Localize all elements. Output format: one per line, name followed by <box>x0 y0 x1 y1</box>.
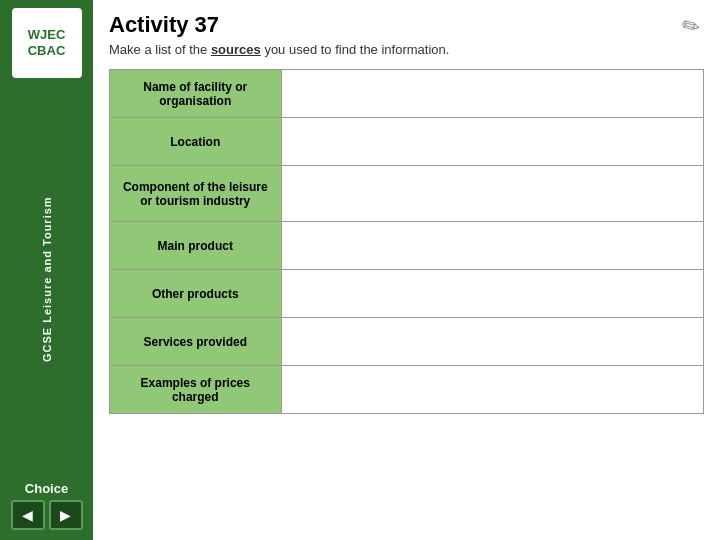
subtitle: Make a list of the sources you used to f… <box>109 42 704 57</box>
logo: WJEC CBAC <box>12 8 82 78</box>
row-label: Examples of prices charged <box>110 366 282 414</box>
next-button[interactable]: ▶ <box>49 500 83 530</box>
row-value[interactable] <box>281 318 703 366</box>
row-value[interactable] <box>281 366 703 414</box>
table-row: Services provided <box>110 318 704 366</box>
main-content: Activity 37 Make a list of the sources y… <box>93 0 720 540</box>
info-table: Name of facility or organisationLocation… <box>109 69 704 414</box>
row-label: Location <box>110 118 282 166</box>
row-value[interactable] <box>281 166 703 222</box>
table-row: Other products <box>110 270 704 318</box>
row-label: Name of facility or organisation <box>110 70 282 118</box>
row-label: Services provided <box>110 318 282 366</box>
table-row: Name of facility or organisation <box>110 70 704 118</box>
row-value[interactable] <box>281 118 703 166</box>
table-row: Main product <box>110 222 704 270</box>
row-value[interactable] <box>281 270 703 318</box>
table-row: Component of the leisure or tourism indu… <box>110 166 704 222</box>
row-label: Other products <box>110 270 282 318</box>
row-label: Component of the leisure or tourism indu… <box>110 166 282 222</box>
logo-text: WJEC CBAC <box>28 27 66 58</box>
sidebar-label: GCSE Leisure and Tourism <box>41 78 53 481</box>
row-label: Main product <box>110 222 282 270</box>
row-value[interactable] <box>281 222 703 270</box>
choice-section: Choice ◀ ▶ <box>6 481 87 530</box>
choice-label: Choice <box>25 481 68 496</box>
table-row: Location <box>110 118 704 166</box>
table-row: Examples of prices charged <box>110 366 704 414</box>
row-value[interactable] <box>281 70 703 118</box>
prev-button[interactable]: ◀ <box>11 500 45 530</box>
sidebar: WJEC CBAC GCSE Leisure and Tourism Choic… <box>0 0 93 540</box>
nav-buttons: ◀ ▶ <box>11 500 83 530</box>
page-title: Activity 37 <box>109 12 704 38</box>
